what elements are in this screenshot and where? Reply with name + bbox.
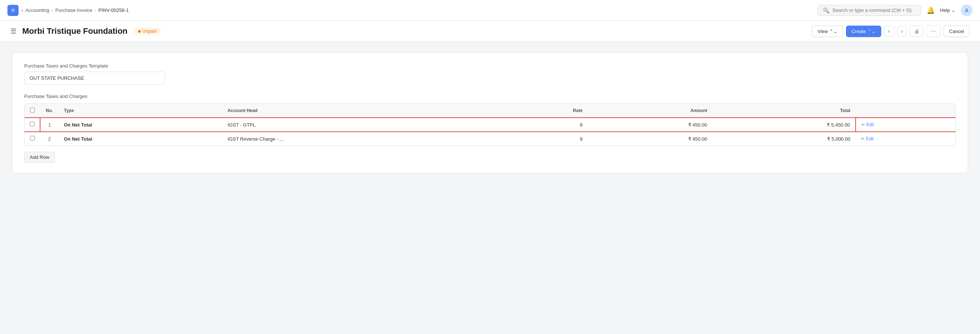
row2-account-head: IGST Reverse Charge - ...	[222, 132, 503, 145]
view-button[interactable]: View ⌃⌄	[812, 25, 843, 37]
print-icon: 🖨	[914, 28, 919, 34]
row1-checkbox-cell	[24, 118, 40, 132]
col-actions	[856, 104, 956, 118]
create-chevron-icon: ⌃⌄	[867, 29, 876, 34]
notification-bell-button[interactable]: 🔔	[926, 6, 935, 14]
chevron-down-icon: ⌄	[951, 8, 956, 13]
help-label: Help	[940, 8, 950, 13]
avatar[interactable]: A	[961, 5, 972, 16]
row2-type: On Net Total	[59, 132, 222, 145]
home-button[interactable]: ≡	[8, 5, 19, 16]
next-button[interactable]: ›	[897, 25, 907, 37]
select-all-checkbox[interactable]	[30, 108, 35, 113]
row2-edit-cell: ✏ Edit	[856, 132, 956, 145]
col-account-head: Account Head	[222, 104, 503, 118]
col-type: Type	[59, 104, 222, 118]
status-dot	[138, 30, 141, 33]
taxes-table: No. Type Account Head Rate Amount Total	[24, 104, 956, 145]
chevron-left-icon: ‹	[888, 28, 890, 34]
col-checkbox	[24, 104, 40, 118]
search-box[interactable]: 🔍	[818, 5, 921, 16]
status-badge: Unpaid	[134, 27, 161, 35]
page-title: Morbi Tristique Foundation	[22, 26, 128, 36]
row1-type: On Net Total	[59, 118, 222, 132]
col-rate: Rate	[503, 104, 588, 118]
grid-icon: ≡	[11, 7, 14, 14]
col-total: Total	[712, 104, 856, 118]
row1-no: 1	[40, 118, 59, 132]
breadcrumb-sep-1: ›	[52, 8, 53, 13]
page-header-right: View ⌃⌄ Create ⌃⌄ ‹ › 🖨 ··· Cancel	[812, 25, 970, 37]
status-label: Unpaid	[143, 29, 157, 34]
breadcrumb-accounting[interactable]: Accounting	[25, 8, 49, 13]
row1-amount: ₹ 450.00	[588, 118, 712, 132]
prev-button[interactable]: ‹	[884, 25, 894, 37]
page-header-left: ☰ Morbi Tristique Foundation Unpaid	[10, 26, 161, 36]
breadcrumb: › Accounting › Purchase Invoice › PINV-0…	[22, 8, 129, 13]
row2-checkbox[interactable]	[30, 136, 35, 141]
main-content: Purchase Taxes and Charges Template OUT …	[0, 42, 980, 184]
page-header: ☰ Morbi Tristique Foundation Unpaid View…	[0, 21, 980, 42]
pencil-icon: ✏	[861, 136, 865, 142]
table-row: 1 On Net Total IGST - GTPL 9 ₹ 450.00 ₹ …	[24, 118, 956, 132]
print-button[interactable]: 🖨	[910, 25, 923, 37]
table-row: 2 On Net Total IGST Reverse Charge - ...…	[24, 132, 956, 145]
taxes-table-header-row: No. Type Account Head Rate Amount Total	[24, 104, 956, 118]
row1-total: ₹ 5,450.00	[712, 118, 856, 132]
taxes-table-body: 1 On Net Total IGST - GTPL 9 ₹ 450.00 ₹ …	[24, 118, 956, 145]
pencil-icon: ✏	[861, 122, 865, 127]
taxes-table-wrap: No. Type Account Head Rate Amount Total	[24, 103, 956, 146]
row2-amount: ₹ 450.00	[588, 132, 712, 145]
help-button[interactable]: Help ⌄	[940, 8, 956, 13]
row1-edit-cell: ✏ Edit	[856, 118, 956, 132]
search-icon: 🔍	[823, 8, 829, 13]
hamburger-button[interactable]: ☰	[10, 27, 16, 35]
breadcrumb-current: PINV-00256-1	[99, 8, 129, 13]
row2-no: 2	[40, 132, 59, 145]
row2-rate: 9	[503, 132, 588, 145]
hamburger-icon: ☰	[10, 27, 16, 35]
col-amount: Amount	[588, 104, 712, 118]
breadcrumb-sep-0: ›	[22, 8, 23, 13]
breadcrumb-sep-2: ›	[95, 8, 96, 13]
row2-edit-button[interactable]: ✏ Edit	[861, 136, 874, 142]
breadcrumb-purchase-invoice[interactable]: Purchase Invoice	[55, 8, 92, 13]
row2-checkbox-cell	[24, 132, 40, 145]
template-field[interactable]: OUT STATE PURCHASE	[24, 72, 165, 84]
add-row-button[interactable]: Add Row	[24, 152, 55, 162]
taxes-table-head: No. Type Account Head Rate Amount Total	[24, 104, 956, 118]
card: Purchase Taxes and Charges Template OUT …	[12, 52, 968, 173]
chevron-right-icon: ›	[901, 28, 903, 34]
row2-total: ₹ 5,000.00	[712, 132, 856, 145]
taxes-section-label: Purchase Taxes and Charges	[24, 94, 956, 99]
more-options-button[interactable]: ···	[926, 25, 940, 37]
row1-edit-button[interactable]: ✏ Edit	[861, 122, 874, 127]
bell-icon: 🔔	[926, 7, 935, 14]
cancel-button[interactable]: Cancel	[943, 25, 970, 37]
ellipsis-icon: ···	[930, 28, 936, 34]
row1-rate: 9	[503, 118, 588, 132]
col-no: No.	[40, 104, 59, 118]
row1-checkbox[interactable]	[30, 122, 35, 127]
nav-right: 🔍 🔔 Help ⌄ A	[818, 5, 972, 16]
template-section-label: Purchase Taxes and Charges Template	[24, 63, 956, 68]
row1-account-head: IGST - GTPL	[222, 118, 503, 132]
nav-left: ≡ › Accounting › Purchase Invoice › PINV…	[8, 5, 129, 16]
top-navigation: ≡ › Accounting › Purchase Invoice › PINV…	[0, 0, 980, 21]
search-input[interactable]	[832, 8, 916, 13]
create-button[interactable]: Create ⌃⌄	[846, 25, 881, 37]
